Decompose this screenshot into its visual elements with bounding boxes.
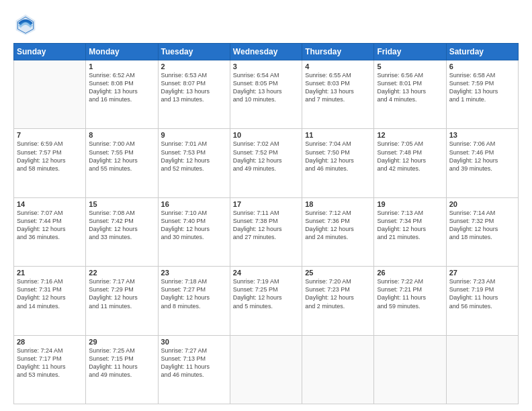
table-row: 26Sunrise: 7:22 AM Sunset: 7:21 PM Dayli… xyxy=(374,267,446,335)
day-number: 26 xyxy=(377,269,443,277)
day-info: Sunrise: 7:13 AM Sunset: 7:34 PM Dayligh… xyxy=(377,209,443,242)
day-info: Sunrise: 6:59 AM Sunset: 7:57 PM Dayligh… xyxy=(17,140,83,173)
day-info: Sunrise: 7:11 AM Sunset: 7:38 PM Dayligh… xyxy=(233,209,299,242)
calendar-week-row: 14Sunrise: 7:07 AM Sunset: 7:44 PM Dayli… xyxy=(14,197,519,266)
day-number: 13 xyxy=(449,131,515,139)
table-row: 20Sunrise: 7:14 AM Sunset: 7:32 PM Dayli… xyxy=(446,197,518,266)
table-row: 19Sunrise: 7:13 AM Sunset: 7:34 PM Dayli… xyxy=(374,197,446,266)
day-info: Sunrise: 6:55 AM Sunset: 8:03 PM Dayligh… xyxy=(305,71,371,104)
day-number: 25 xyxy=(305,269,371,277)
day-number: 18 xyxy=(305,200,371,208)
day-number: 5 xyxy=(377,62,443,71)
table-row xyxy=(230,335,302,404)
day-number: 11 xyxy=(305,131,371,139)
table-row: 10Sunrise: 7:02 AM Sunset: 7:52 PM Dayli… xyxy=(230,129,302,197)
day-info: Sunrise: 6:52 AM Sunset: 8:08 PM Dayligh… xyxy=(89,71,154,104)
day-info: Sunrise: 7:20 AM Sunset: 7:23 PM Dayligh… xyxy=(305,277,371,310)
table-row: 7Sunrise: 6:59 AM Sunset: 7:57 PM Daylig… xyxy=(14,129,86,197)
header xyxy=(13,12,519,36)
table-row: 5Sunrise: 6:56 AM Sunset: 8:01 PM Daylig… xyxy=(374,60,446,129)
logo-icon xyxy=(13,12,38,36)
table-row xyxy=(374,335,446,404)
table-row: 9Sunrise: 7:01 AM Sunset: 7:53 PM Daylig… xyxy=(158,129,230,197)
day-number: 30 xyxy=(161,338,227,346)
table-row: 13Sunrise: 7:06 AM Sunset: 7:46 PM Dayli… xyxy=(446,129,518,197)
table-row: 30Sunrise: 7:27 AM Sunset: 7:13 PM Dayli… xyxy=(158,335,230,404)
day-number: 10 xyxy=(233,131,299,139)
day-info: Sunrise: 6:58 AM Sunset: 7:59 PM Dayligh… xyxy=(449,71,515,104)
day-number: 29 xyxy=(89,338,154,346)
day-number: 28 xyxy=(17,338,83,346)
day-info: Sunrise: 7:22 AM Sunset: 7:21 PM Dayligh… xyxy=(377,277,443,310)
day-number: 16 xyxy=(161,200,227,208)
day-number: 6 xyxy=(449,62,515,71)
day-number: 4 xyxy=(305,62,371,71)
table-row: 24Sunrise: 7:19 AM Sunset: 7:25 PM Dayli… xyxy=(230,267,302,335)
table-row: 22Sunrise: 7:17 AM Sunset: 7:29 PM Dayli… xyxy=(86,267,158,335)
day-number: 8 xyxy=(89,131,154,139)
day-info: Sunrise: 7:25 AM Sunset: 7:15 PM Dayligh… xyxy=(89,347,154,379)
calendar-table: Sunday Monday Tuesday Wednesday Thursday… xyxy=(13,43,519,404)
calendar-week-row: 21Sunrise: 7:16 AM Sunset: 7:31 PM Dayli… xyxy=(14,267,519,335)
svg-marker-0 xyxy=(16,15,36,36)
calendar-header-row: Sunday Monday Tuesday Wednesday Thursday… xyxy=(14,44,519,60)
day-info: Sunrise: 7:07 AM Sunset: 7:44 PM Dayligh… xyxy=(17,209,83,242)
table-row: 27Sunrise: 7:23 AM Sunset: 7:19 PM Dayli… xyxy=(446,267,518,335)
table-row: 6Sunrise: 6:58 AM Sunset: 7:59 PM Daylig… xyxy=(446,60,518,129)
col-tuesday: Tuesday xyxy=(158,44,230,60)
day-number: 20 xyxy=(449,200,515,208)
day-number: 3 xyxy=(233,62,299,71)
table-row: 23Sunrise: 7:18 AM Sunset: 7:27 PM Dayli… xyxy=(158,267,230,335)
day-info: Sunrise: 7:19 AM Sunset: 7:25 PM Dayligh… xyxy=(233,277,299,310)
day-number: 19 xyxy=(377,200,443,208)
day-info: Sunrise: 7:14 AM Sunset: 7:32 PM Dayligh… xyxy=(449,209,515,242)
day-number: 17 xyxy=(233,200,299,208)
day-info: Sunrise: 7:27 AM Sunset: 7:13 PM Dayligh… xyxy=(161,347,227,379)
day-info: Sunrise: 6:54 AM Sunset: 8:05 PM Dayligh… xyxy=(233,71,299,104)
day-info: Sunrise: 7:23 AM Sunset: 7:19 PM Dayligh… xyxy=(449,277,515,310)
day-number: 9 xyxy=(161,131,227,139)
day-info: Sunrise: 7:06 AM Sunset: 7:46 PM Dayligh… xyxy=(449,140,515,173)
day-number: 22 xyxy=(89,269,154,277)
table-row: 3Sunrise: 6:54 AM Sunset: 8:05 PM Daylig… xyxy=(230,60,302,129)
table-row: 12Sunrise: 7:05 AM Sunset: 7:48 PM Dayli… xyxy=(374,129,446,197)
day-number: 14 xyxy=(17,200,83,208)
calendar-week-row: 7Sunrise: 6:59 AM Sunset: 7:57 PM Daylig… xyxy=(14,129,519,197)
table-row: 14Sunrise: 7:07 AM Sunset: 7:44 PM Dayli… xyxy=(14,197,86,266)
day-info: Sunrise: 7:05 AM Sunset: 7:48 PM Dayligh… xyxy=(377,140,443,173)
page: Sunday Monday Tuesday Wednesday Thursday… xyxy=(0,0,532,411)
table-row: 4Sunrise: 6:55 AM Sunset: 8:03 PM Daylig… xyxy=(302,60,374,129)
col-saturday: Saturday xyxy=(446,44,518,60)
table-row xyxy=(14,60,86,129)
col-friday: Friday xyxy=(374,44,446,60)
day-info: Sunrise: 6:56 AM Sunset: 8:01 PM Dayligh… xyxy=(377,71,443,104)
table-row: 28Sunrise: 7:24 AM Sunset: 7:17 PM Dayli… xyxy=(14,335,86,404)
col-thursday: Thursday xyxy=(302,44,374,60)
table-row xyxy=(302,335,374,404)
table-row xyxy=(446,335,518,404)
day-info: Sunrise: 7:12 AM Sunset: 7:36 PM Dayligh… xyxy=(305,209,371,242)
col-sunday: Sunday xyxy=(14,44,86,60)
day-info: Sunrise: 7:02 AM Sunset: 7:52 PM Dayligh… xyxy=(233,140,299,173)
day-info: Sunrise: 7:10 AM Sunset: 7:40 PM Dayligh… xyxy=(161,209,227,242)
table-row: 1Sunrise: 6:52 AM Sunset: 8:08 PM Daylig… xyxy=(86,60,158,129)
day-info: Sunrise: 6:53 AM Sunset: 8:07 PM Dayligh… xyxy=(161,71,227,104)
day-number: 15 xyxy=(89,200,154,208)
logo xyxy=(13,12,42,36)
day-number: 1 xyxy=(89,62,154,71)
day-info: Sunrise: 7:24 AM Sunset: 7:17 PM Dayligh… xyxy=(17,347,83,379)
table-row: 25Sunrise: 7:20 AM Sunset: 7:23 PM Dayli… xyxy=(302,267,374,335)
day-info: Sunrise: 7:04 AM Sunset: 7:50 PM Dayligh… xyxy=(305,140,371,173)
table-row: 21Sunrise: 7:16 AM Sunset: 7:31 PM Dayli… xyxy=(14,267,86,335)
day-info: Sunrise: 7:18 AM Sunset: 7:27 PM Dayligh… xyxy=(161,277,227,310)
table-row: 2Sunrise: 6:53 AM Sunset: 8:07 PM Daylig… xyxy=(158,60,230,129)
table-row: 16Sunrise: 7:10 AM Sunset: 7:40 PM Dayli… xyxy=(158,197,230,266)
day-info: Sunrise: 7:00 AM Sunset: 7:55 PM Dayligh… xyxy=(89,140,154,173)
table-row: 11Sunrise: 7:04 AM Sunset: 7:50 PM Dayli… xyxy=(302,129,374,197)
col-monday: Monday xyxy=(86,44,158,60)
day-number: 27 xyxy=(449,269,515,277)
calendar-week-row: 28Sunrise: 7:24 AM Sunset: 7:17 PM Dayli… xyxy=(14,335,519,404)
day-number: 21 xyxy=(17,269,83,277)
day-info: Sunrise: 7:01 AM Sunset: 7:53 PM Dayligh… xyxy=(161,140,227,173)
day-number: 24 xyxy=(233,269,299,277)
